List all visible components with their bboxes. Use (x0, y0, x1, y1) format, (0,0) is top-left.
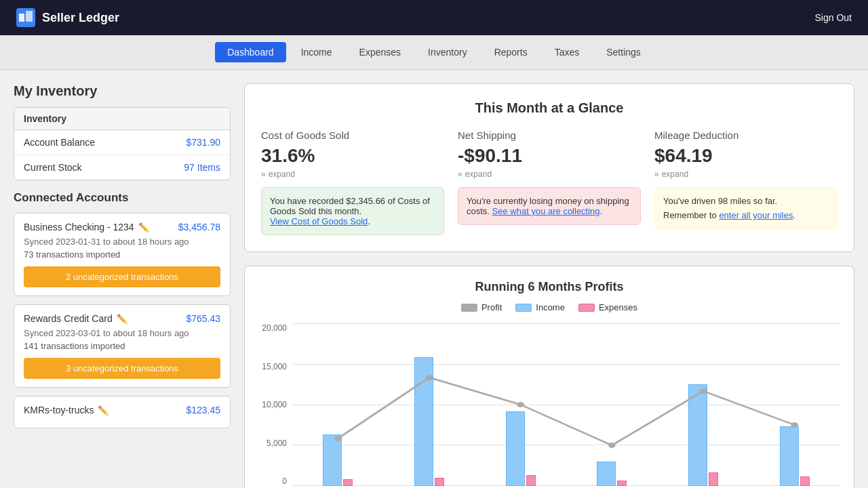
income-swatch (515, 304, 532, 312)
glance-item-mileage: Mileage Deduction $64.19 »expand You've … (654, 129, 837, 235)
account-card-0: Business Checking - 1234 ✏️ $3,456.78 Sy… (14, 213, 231, 296)
svg-rect-1 (19, 14, 24, 22)
nav-expenses[interactable]: Expenses (347, 42, 413, 62)
inventory-stock-label: Current Stock (24, 162, 82, 173)
bar-income-3 (597, 462, 616, 486)
inventory-balance-label: Account Balance (24, 137, 95, 148)
glance-mileage-box: You've driven 98 miles so far. Remember … (654, 187, 837, 229)
edit-icon-0[interactable]: ✏️ (138, 222, 149, 232)
bar-income-0 (323, 434, 342, 486)
glance-shipping-expand[interactable]: »expand (458, 169, 641, 179)
profit-swatch (461, 304, 477, 312)
left-panel: My Inventory Inventory Account Balance $… (14, 83, 231, 488)
edit-icon-2[interactable]: ✏️ (98, 405, 108, 415)
glance-card: This Month at a Glance Cost of Goods Sol… (244, 83, 854, 252)
bar-expense-3 (617, 481, 627, 486)
inventory-card: Inventory Account Balance $731.90 Curren… (14, 107, 231, 180)
inventory-stock-value[interactable]: 97 Items (184, 162, 220, 173)
glance-cogs-box: You have recorded $2,345.66 of Costs of … (261, 187, 444, 235)
chart-legend: Profit Income Expenses (258, 302, 840, 312)
glance-item-shipping: Net Shipping -$90.11 »expand You're curr… (458, 129, 641, 235)
legend-profit-label: Profit (481, 302, 502, 312)
chart-group-0 (292, 434, 384, 486)
bar-expense-5 (800, 476, 810, 486)
account-row-0: Business Checking - 1234 ✏️ $3,456.78 (24, 222, 220, 232)
glance-grid: Cost of Goods Sold 31.6% »expand You hav… (261, 129, 837, 235)
nav-settings[interactable]: Settings (594, 42, 653, 62)
right-panel: This Month at a Glance Cost of Goods Sol… (244, 83, 854, 488)
glance-cogs-link[interactable]: View Cost of Goods Sold (270, 216, 368, 226)
chart-group-2 (475, 411, 566, 486)
edit-icon-1[interactable]: ✏️ (117, 314, 127, 324)
glance-mileage-line2: Remember to (663, 210, 717, 220)
y-label-0: 20,000 (258, 323, 287, 333)
nav-income[interactable]: Income (289, 42, 344, 62)
account-sync-1: Synced 2023-03-01 to about 18 hours ago (24, 328, 220, 338)
uncategorized-btn-0[interactable]: 2 uncategorized transactions (24, 266, 220, 287)
app-logo: Seller Ledger (16, 8, 119, 27)
account-balance-0[interactable]: $3,456.78 (178, 222, 220, 232)
glance-mileage-value: $64.19 (654, 145, 837, 167)
glance-mileage-link[interactable]: enter all your miles (719, 210, 793, 220)
bar-expense-1 (435, 478, 444, 486)
inventory-balance-value[interactable]: $731.90 (186, 137, 220, 148)
glance-title: This Month at a Glance (261, 100, 837, 116)
signout-button[interactable]: Sign Out (815, 12, 852, 23)
bar-expense-4 (709, 472, 718, 486)
chart-group-1 (384, 357, 475, 486)
account-name-2: KMRs-toy-trucks ✏️ (24, 405, 108, 415)
glance-shipping-box: You're currently losing money on shippin… (458, 187, 641, 225)
app-header: Seller Ledger Sign Out (0, 0, 868, 35)
bar-income-2 (506, 411, 525, 486)
account-name-1: Rewards Credit Card ✏️ (24, 313, 127, 324)
nav-reports[interactable]: Reports (482, 42, 540, 62)
glance-cogs-box-text: You have recorded $2,345.66 of Costs of … (270, 196, 430, 216)
glance-cogs-expand[interactable]: »expand (261, 169, 444, 179)
bar-income-1 (414, 357, 433, 486)
chart-body (292, 323, 840, 486)
account-sync-0: Synced 2023-01-31 to about 18 hours ago (24, 237, 220, 247)
my-inventory-title: My Inventory (14, 83, 231, 99)
account-card-2: KMRs-toy-trucks ✏️ $123.45 (14, 396, 231, 428)
y-label-2: 10,000 (258, 400, 287, 409)
logo-icon (16, 8, 35, 27)
chart-bars (292, 323, 840, 486)
legend-expenses-label: Expenses (599, 302, 637, 312)
inventory-row-stock: Current Stock 97 Items (14, 155, 230, 180)
chart-title: Running 6 Months Profits (258, 280, 840, 294)
chart-group-5 (749, 426, 840, 486)
chart-card: Running 6 Months Profits Profit Income E… (244, 266, 854, 488)
glance-mileage-expand[interactable]: »expand (654, 169, 837, 179)
account-card-1: Rewards Credit Card ✏️ $765.43 Synced 20… (14, 304, 231, 388)
bar-expense-0 (343, 479, 353, 486)
connected-accounts-title: Connected Accounts (14, 191, 231, 205)
nav-dashboard[interactable]: Dashboard (215, 42, 286, 62)
account-transactions-0: 73 transactions imported (24, 249, 220, 260)
glance-shipping-value: -$90.11 (458, 145, 641, 167)
nav-taxes[interactable]: Taxes (542, 42, 592, 62)
bar-expense-2 (526, 475, 536, 486)
glance-item-cogs: Cost of Goods Sold 31.6% »expand You hav… (261, 129, 444, 235)
account-name-0: Business Checking - 1234 ✏️ (24, 222, 149, 232)
y-label-3: 5,000 (258, 439, 287, 448)
account-transactions-1: 141 transactions imported (24, 341, 220, 351)
bar-income-4 (688, 384, 707, 486)
legend-income: Income (515, 302, 565, 312)
y-label-4: 0 (258, 476, 287, 486)
chart-area: 20,000 15,000 10,000 5,000 0 (258, 323, 840, 486)
chart-group-3 (566, 462, 658, 486)
uncategorized-btn-1[interactable]: 3 uncategorized transactions (24, 358, 220, 379)
legend-profit: Profit (461, 302, 502, 312)
glance-shipping-title: Net Shipping (458, 129, 641, 141)
glance-shipping-link[interactable]: See what you are collecting (492, 206, 600, 216)
glance-cogs-value: 31.6% (261, 145, 444, 167)
account-balance-2[interactable]: $123.45 (186, 405, 220, 415)
glance-mileage-title: Mileage Deduction (654, 129, 837, 141)
legend-expenses: Expenses (578, 302, 637, 312)
main-nav: Dashboard Income Expenses Inventory Repo… (0, 35, 868, 70)
account-balance-1[interactable]: $765.43 (186, 313, 220, 324)
y-label-1: 15,000 (258, 362, 287, 371)
chart-group-4 (658, 384, 749, 486)
nav-inventory[interactable]: Inventory (416, 42, 479, 62)
legend-income-label: Income (536, 302, 565, 312)
